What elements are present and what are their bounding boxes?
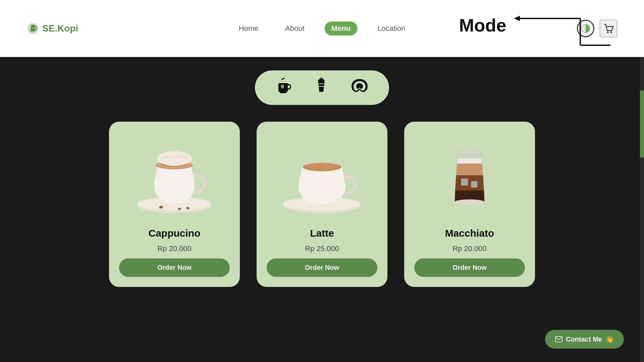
brand-name: SE.Kopi <box>42 23 78 34</box>
iced-drink-icon[interactable] <box>313 77 330 98</box>
latte-image <box>275 135 369 216</box>
latte-price: Rp 25.000 <box>305 244 339 253</box>
logo-area: SE.Kopi <box>27 22 78 35</box>
logo-icon <box>27 22 39 35</box>
scroll-thumb[interactable] <box>640 90 644 158</box>
mode-arrow-svg <box>513 8 614 52</box>
svg-rect-34 <box>471 181 477 187</box>
svg-rect-11 <box>280 92 286 93</box>
nav-menu[interactable]: Menu <box>325 21 357 36</box>
email-icon <box>555 336 562 342</box>
macchiato-name: Macchiato <box>445 228 494 239</box>
nav-home[interactable]: Home <box>232 21 265 36</box>
latte-order-button[interactable]: Order Now <box>267 258 377 277</box>
product-grid: Cappucino Rp 20.000 Order Now <box>109 122 535 287</box>
cappuccino-price: Rp 20.000 <box>157 244 192 253</box>
mode-label: Mode <box>459 15 506 36</box>
latte-image-area <box>272 132 372 219</box>
cappuccino-image-area <box>124 132 225 219</box>
nav-links: Home About Menu Location <box>232 21 412 36</box>
croissant-icon <box>350 77 369 95</box>
latte-name: Latte <box>310 228 334 239</box>
contact-label: Contact Me <box>566 336 602 343</box>
product-card-latte: Latte Rp 25.000 Order Now <box>257 122 387 287</box>
nav-location[interactable]: Location <box>371 21 412 36</box>
cappuccino-image <box>127 135 221 216</box>
main-content: Cappucino Rp 20.000 Order Now <box>0 57 644 362</box>
product-card-cappuccino: Cappucino Rp 20.000 Order Now <box>109 122 240 287</box>
mode-annotation: Mode <box>459 8 614 52</box>
macchiato-order-button[interactable]: Order Now <box>414 258 525 277</box>
iced-cup-icon <box>313 77 330 95</box>
pastry-icon[interactable] <box>350 77 369 98</box>
svg-rect-33 <box>461 179 468 185</box>
hot-coffee-icon[interactable] <box>275 77 292 98</box>
macchiato-image-area <box>419 132 520 219</box>
scrollbar[interactable] <box>640 57 644 362</box>
cappuccino-order-button[interactable]: Order Now <box>119 258 230 277</box>
svg-rect-36 <box>555 337 562 342</box>
contact-emoji: 👋 <box>605 335 614 343</box>
nav-about[interactable]: About <box>278 21 311 36</box>
macchiato-price: Rp 20.000 <box>452 244 487 253</box>
macchiato-image <box>423 135 517 216</box>
category-bar <box>255 70 389 105</box>
cappuccino-name: Cappucino <box>149 228 201 239</box>
svg-point-32 <box>458 149 482 155</box>
coffee-cup-icon <box>275 77 292 95</box>
arrow-group <box>513 8 614 52</box>
contact-me-button[interactable]: Contact Me 👋 <box>545 330 624 349</box>
svg-rect-13 <box>319 78 323 80</box>
svg-marker-7 <box>514 16 520 21</box>
svg-point-35 <box>454 199 485 205</box>
product-card-macchiato: Macchiato Rp 20.000 Order Now <box>404 122 535 287</box>
